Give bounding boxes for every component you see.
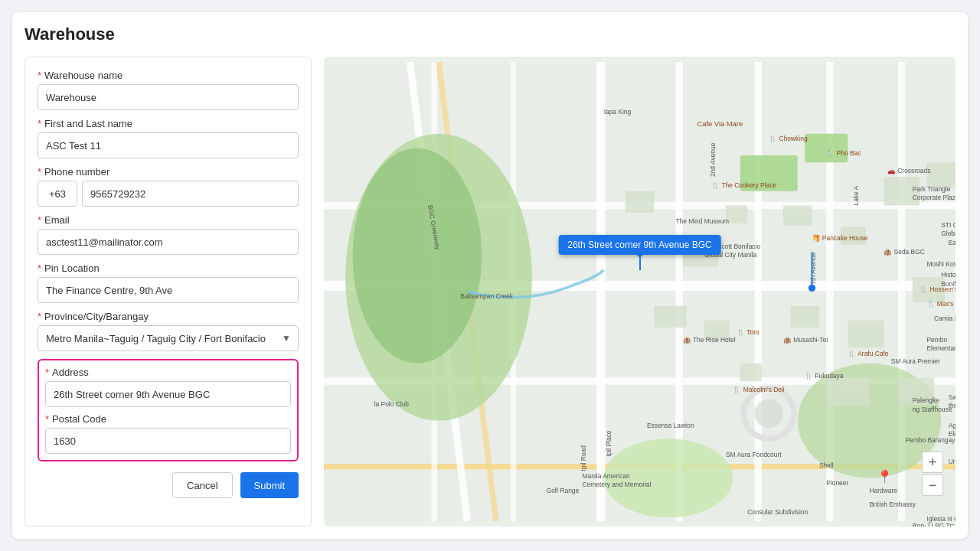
svg-rect-17 (805, 134, 848, 163)
svg-text:🍴 Chowking: 🍴 Chowking (769, 135, 808, 143)
warehouse-name-input[interactable] (38, 84, 299, 110)
svg-text:Park Triangle: Park Triangle (913, 185, 951, 193)
first-last-name-input[interactable] (38, 132, 299, 158)
svg-text:📍: 📍 (877, 469, 893, 485)
svg-text:Shell: Shell (819, 461, 834, 469)
first-last-name-label: *First and Last name (38, 118, 299, 129)
phone-input-group (38, 181, 299, 207)
svg-text:Cemetery and Memorial: Cemetery and Memorial (583, 481, 652, 488)
svg-text:East Multip: East Multip (949, 239, 956, 246)
svg-text:🥞 Pancake House: 🥞 Pancake House (812, 234, 868, 243)
svg-rect-34 (826, 378, 869, 407)
svg-rect-22 (626, 191, 655, 213)
svg-text:Saint John of: Saint John of (949, 393, 956, 401)
page-container: Warehouse *Warehouse name *First and Las… (0, 0, 980, 551)
svg-text:Ron-J LPG Trading: Ron-J LPG Trading (913, 522, 956, 527)
svg-text:Balisampan Creek: Balisampan Creek (460, 292, 514, 300)
svg-text:Elementary Sch: Elementary Sch (949, 430, 956, 438)
svg-text:Ipil Road: Ipil Road (580, 445, 587, 471)
postal-input[interactable] (45, 428, 291, 454)
svg-text:la Polo Club: la Polo Club (374, 400, 410, 408)
address-label: *Address (45, 367, 291, 378)
province-label: *Province/City/Barangay (38, 311, 299, 322)
email-input[interactable] (38, 229, 299, 255)
first-last-name-group: *First and Last name (38, 118, 299, 158)
svg-text:Umbel Street: Umbel Street (949, 458, 956, 465)
svg-rect-36 (740, 364, 762, 381)
svg-point-15 (353, 148, 482, 364)
svg-rect-24 (726, 206, 747, 223)
svg-text:Consular Subdivision: Consular Subdivision (747, 508, 808, 516)
svg-rect-28 (927, 162, 956, 187)
address-group: *Address (45, 367, 291, 407)
pin-location-input[interactable] (38, 277, 299, 303)
svg-rect-32 (848, 321, 884, 348)
postal-group: *Postal Code (45, 413, 291, 454)
button-row: Cancel Submit (38, 472, 299, 498)
zoom-out-button[interactable]: − (922, 474, 943, 496)
svg-text:🍴 Malcolm's Deli: 🍴 Malcolm's Deli (733, 386, 784, 394)
email-group: *Email (38, 214, 299, 255)
phone-number-input[interactable] (82, 181, 299, 207)
warehouse-name-label: *Warehouse name (38, 70, 299, 81)
phone-prefix-input[interactable] (38, 181, 77, 207)
svg-text:The Mind Museum: The Mind Museum (675, 217, 729, 225)
svg-text:Moshi Koshi: Moshi Koshi (927, 260, 956, 268)
content-area: *Warehouse name *First and Last name *Ph… (24, 57, 956, 527)
svg-text:Ipil Place: Ipil Place (605, 430, 612, 456)
svg-text:🍴 Arafu Cafe: 🍴 Arafu Cafe (848, 350, 888, 358)
svg-text:Palengke: Palengke (913, 396, 939, 404)
svg-text:🍴 Toro: 🍴 Toro (737, 328, 760, 337)
map-svg: Cafe Via Mare 🍴 Chowking 🍴 Pho Bac 🚗 Cro… (324, 57, 956, 527)
svg-rect-31 (790, 306, 819, 328)
province-group: *Province/City/Barangay Metro Manila~Tag… (38, 311, 299, 351)
zoom-controls: + − (922, 452, 943, 496)
svg-text:🍴 Fukudaya: 🍴 Fukudaya (805, 372, 844, 380)
page-title: Warehouse (24, 24, 956, 44)
svg-text:the Cross Par: the Cross Par (949, 402, 956, 409)
phone-label: *Phone number (38, 166, 299, 178)
svg-text:British Embassy: British Embassy (870, 500, 916, 508)
svg-text:🏨 The Rise Hotel: 🏨 The Rise Hotel (683, 336, 736, 344)
svg-text:🏨 Musashi-Tei: 🏨 Musashi-Tei (783, 336, 828, 344)
svg-text:Pioneer: Pioneer (826, 479, 848, 487)
map-pin-line (639, 256, 641, 270)
svg-text:Corporate Plaza: Corporate Plaza (913, 194, 956, 201)
warehouse-name-group: *Warehouse name (38, 70, 299, 110)
map-panel[interactable]: Cafe Via Mare 🍴 Chowking 🍴 Pho Bac 🚗 Cro… (324, 57, 956, 527)
svg-text:STI College: STI College (941, 221, 956, 229)
province-select-wrapper: Metro Manila~Taguig / Taguig City / Fort… (38, 325, 299, 351)
cancel-button[interactable]: Cancel (172, 472, 232, 498)
svg-rect-5 (596, 62, 605, 521)
svg-text:🏨 Seda BGC: 🏨 Seda BGC (884, 248, 925, 256)
svg-text:SM Aura Foodcourt: SM Aura Foodcourt (726, 451, 782, 458)
svg-text:Pembo: Pembo (927, 336, 948, 344)
svg-rect-25 (783, 206, 812, 226)
svg-text:ng Staffhouse: ng Staffhouse (913, 406, 952, 413)
address-input[interactable] (45, 381, 291, 407)
svg-text:Iglesia ni Cristo: Iglesia ni Cristo (927, 515, 956, 523)
svg-text:Golf Range: Golf Range (547, 487, 580, 494)
svg-rect-29 (654, 306, 686, 328)
svg-text:🚗 Crossroads: 🚗 Crossroads (887, 167, 930, 175)
svg-text:Elementary School: Elementary School (927, 344, 956, 352)
svg-text:Manila American: Manila American (583, 472, 631, 480)
svg-text:Lake A: Lake A (852, 185, 860, 205)
postal-label: *Postal Code (45, 413, 291, 425)
submit-button[interactable]: Submit (240, 472, 299, 498)
pin-location-label: *Pin Location (38, 262, 299, 274)
map-tooltip: 26th Street corner 9th Avenue BGC (558, 235, 721, 255)
phone-group: *Phone number (38, 166, 299, 207)
svg-text:SM Aura Premier: SM Aura Premier (891, 357, 940, 365)
svg-text:Hardware: Hardware (870, 487, 898, 494)
svg-text:Cafe Via Mare: Cafe Via Mare (697, 120, 743, 128)
svg-text:Aguho: Aguho (949, 422, 956, 429)
svg-text:🍴 Pho Bac: 🍴 Pho Bac (826, 149, 861, 158)
email-label: *Email (38, 214, 299, 226)
zoom-in-button[interactable]: + (922, 452, 943, 473)
svg-text:2nd Avenue: 2nd Avenue (709, 142, 717, 177)
svg-text:Iapa King: Iapa King (604, 108, 632, 116)
svg-text:Bonifacio Tunnel Outlet: Bonifacio Tunnel Outlet (941, 280, 956, 288)
form-panel: *Warehouse name *First and Last name *Ph… (24, 57, 312, 527)
province-select[interactable]: Metro Manila~Taguig / Taguig City / Fort… (38, 325, 299, 351)
